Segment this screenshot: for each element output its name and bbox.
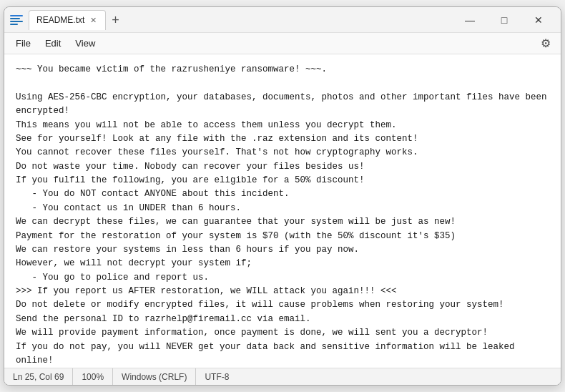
cursor-position: Ln 25, Col 69 [13, 368, 73, 385]
app-icon [10, 14, 23, 26]
tab-label: README.txt [36, 15, 84, 25]
encoding: UTF-8 [196, 368, 237, 385]
line-ending: Windows (CRLF) [113, 368, 196, 385]
menu-edit[interactable]: Edit [39, 35, 67, 52]
editor-area: ~~~ You became victim of the razrusheniy… [4, 54, 561, 368]
main-window: README.txt ✕ + — □ ✕ File Edit View ⚙ ~~… [4, 6, 561, 386]
menu-view[interactable]: View [69, 35, 101, 52]
zoom-level: 100% [73, 368, 113, 385]
statusbar: Ln 25, Col 69 100% Windows (CRLF) UTF-8 [4, 368, 561, 385]
titlebar: README.txt ✕ + — □ ✕ [4, 7, 561, 33]
maximize-button[interactable]: □ [488, 9, 521, 31]
minimize-button[interactable]: — [453, 9, 486, 31]
text-editor[interactable]: ~~~ You became victim of the razrusheniy… [4, 54, 561, 368]
close-button[interactable]: ✕ [522, 9, 555, 31]
tab-readme[interactable]: README.txt ✕ [29, 10, 106, 30]
tab-close-button[interactable]: ✕ [89, 16, 98, 25]
menu-file[interactable]: File [10, 35, 36, 52]
settings-icon[interactable]: ⚙ [536, 35, 555, 52]
new-tab-button[interactable]: + [109, 14, 122, 26]
window-controls: — □ ✕ [453, 9, 555, 31]
menubar: File Edit View ⚙ [4, 33, 561, 54]
tab-area: README.txt ✕ + [27, 10, 453, 30]
